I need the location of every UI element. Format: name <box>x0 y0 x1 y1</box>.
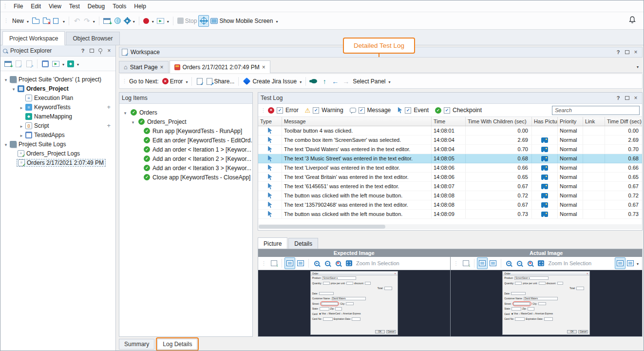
zoom-selection-button[interactable] <box>343 257 354 269</box>
tab-object-browser[interactable]: Object Browser <box>66 32 119 45</box>
share-button[interactable]: Share... <box>205 76 236 87</box>
help-button[interactable] <box>79 47 87 55</box>
table-row[interactable]: Toolbar button 4 was clicked. 14:08:01 0… <box>258 126 642 136</box>
zoom-out-button[interactable] <box>514 257 525 269</box>
add-script-button[interactable]: + <box>107 122 111 129</box>
scrollbar-thumb[interactable] <box>259 225 385 229</box>
column-header-type[interactable]: Type <box>258 117 282 126</box>
create-jira-issue-button[interactable]: Create Jira Issue <box>241 76 303 87</box>
log-item-run-app[interactable]: Run app [KeywordTests - RunApp] <box>119 126 252 136</box>
toolbar-grip[interactable] <box>261 107 266 114</box>
table-row[interactable]: The button was clicked with the left mou… <box>258 191 642 200</box>
select-mode-button[interactable] <box>488 257 498 269</box>
menu-debug[interactable]: Debug <box>84 0 109 12</box>
tree-item-project-suite[interactable]: Project Suite 'Orders' (1 project) <box>0 75 115 84</box>
up-one-level-button[interactable] <box>319 76 330 87</box>
tree-item-project-suite-logs[interactable]: Project Suite Logs <box>0 139 115 149</box>
menu-file[interactable]: File <box>10 0 27 12</box>
expander-open-icon[interactable] <box>130 118 136 125</box>
add-new-project-button[interactable] <box>2 58 13 70</box>
add-new-item-button[interactable] <box>102 15 113 27</box>
column-header-priority[interactable]: Priority <box>558 117 583 126</box>
log-item-add-order-3[interactable]: Add an order < Iteration 3 > [Keywor... <box>119 163 252 173</box>
menu-test[interactable]: Test <box>65 0 84 12</box>
save-image-button[interactable] <box>268 257 279 269</box>
zoom-in-button[interactable] <box>504 257 514 269</box>
help-button[interactable] <box>614 48 622 56</box>
go-to-next-error-button[interactable]: Error <box>161 76 189 87</box>
column-header-has-picture[interactable]: Has Picture <box>532 117 558 126</box>
tab-details[interactable]: Details <box>288 238 318 249</box>
data-options-button[interactable] <box>123 15 136 27</box>
log-item-orders[interactable]: Orders <box>119 108 252 117</box>
object-spy-button[interactable] <box>198 15 209 27</box>
export-log-button[interactable] <box>194 76 205 87</box>
picture-icon[interactable] <box>541 175 548 180</box>
tab-orders-log[interactable]: Orders 2/17/2021 2:07:49 PM <box>170 60 270 73</box>
run-project-button[interactable] <box>51 58 66 70</box>
error-checkbox[interactable] <box>277 107 283 114</box>
tree-item-orders-project-logs[interactable]: Orders_Project Logs <box>0 149 115 158</box>
toolbar-grip[interactable] <box>3 18 9 24</box>
checkpoint-checkbox[interactable] <box>444 107 450 114</box>
show-mobile-screen-button[interactable]: Show Mobile Screen <box>209 15 279 27</box>
tab-start-page[interactable]: Start Page <box>119 61 169 73</box>
close-panel-button[interactable] <box>105 47 113 55</box>
expander-open-icon[interactable] <box>3 141 9 148</box>
report-issue-button[interactable] <box>308 76 319 87</box>
table-row[interactable]: The text '1357902468' was entered in the… <box>258 200 642 210</box>
view-mode-button[interactable] <box>625 257 640 269</box>
log-item-orders-project[interactable]: Orders_Project <box>119 117 252 126</box>
column-header-message[interactable]: Message <box>282 117 432 126</box>
tree-item-orders-project[interactable]: Orders_Project <box>0 84 115 93</box>
expander-open-icon[interactable] <box>11 85 17 92</box>
add-item-button[interactable] <box>13 58 24 70</box>
redo-button[interactable] <box>82 15 96 27</box>
log-item-add-order-2[interactable]: Add an order < Iteration 2 > [Keywor... <box>119 154 252 163</box>
save-image-button[interactable] <box>461 257 472 269</box>
close-panel-button[interactable] <box>632 48 640 56</box>
table-row[interactable]: The text 'David Waters' was entered in t… <box>258 145 642 154</box>
picture-icon[interactable] <box>541 202 548 208</box>
search-input[interactable] <box>552 106 640 115</box>
table-row[interactable]: The text 'Great Britain' was entered in … <box>258 173 642 182</box>
tab-list-dropdown[interactable] <box>637 63 639 70</box>
toolbar-grip[interactable] <box>261 260 266 267</box>
log-item-add-order-1[interactable]: Add an order < Iteration 1 > [Keywor... <box>119 145 252 154</box>
zoom-reset-button[interactable] <box>333 257 343 269</box>
new-button[interactable]: New <box>11 15 30 27</box>
tree-item-execution-plan[interactable]: Execution Plan <box>0 93 115 102</box>
tab-summary[interactable]: Summary <box>119 339 154 350</box>
close-panel-button[interactable] <box>632 94 640 102</box>
picture-icon[interactable] <box>541 165 548 171</box>
previous-button[interactable] <box>330 76 341 87</box>
close-tab-icon[interactable] <box>262 64 265 71</box>
stop-button[interactable]: Stop <box>176 15 199 27</box>
open-project-button[interactable] <box>30 15 41 27</box>
toolbar-grip[interactable] <box>454 260 459 267</box>
actual-image-preview[interactable]: Order×Product:ScreenSaver ▾Quantity:pric… <box>451 270 643 336</box>
notifications-button[interactable] <box>628 16 637 26</box>
tree-item-script[interactable]: Script + <box>0 121 115 130</box>
add-existing-item-button[interactable] <box>24 58 35 70</box>
expander-open-icon[interactable] <box>122 109 128 116</box>
tab-project-workspace[interactable]: Project Workspace <box>2 31 65 45</box>
table-row-selected[interactable]: The text '3 Music Street' was entered in… <box>258 154 642 163</box>
menu-edit[interactable]: Edit <box>27 0 45 12</box>
log-item-close-app[interactable]: Close app [KeywordTests - CloseApp] <box>119 173 252 182</box>
tab-picture[interactable]: Picture <box>258 237 287 249</box>
picture-icon[interactable] <box>541 212 548 217</box>
picture-icon[interactable] <box>541 147 548 152</box>
expander-closed-icon[interactable] <box>19 132 24 138</box>
record-button[interactable] <box>142 15 155 27</box>
debug-project-button[interactable] <box>66 58 80 70</box>
horizontal-scrollbar[interactable] <box>259 224 642 229</box>
column-header-link[interactable]: Link <box>583 117 605 126</box>
zoom-in-button[interactable] <box>311 257 322 269</box>
picture-icon[interactable] <box>541 156 548 161</box>
select-mode-button[interactable] <box>295 257 306 269</box>
maximize-button[interactable] <box>88 47 95 55</box>
menu-tools[interactable]: Tools <box>109 0 130 12</box>
tree-item-testedapps[interactable]: TestedApps <box>0 130 115 139</box>
select-panel-button[interactable]: Select Panel <box>351 76 392 87</box>
